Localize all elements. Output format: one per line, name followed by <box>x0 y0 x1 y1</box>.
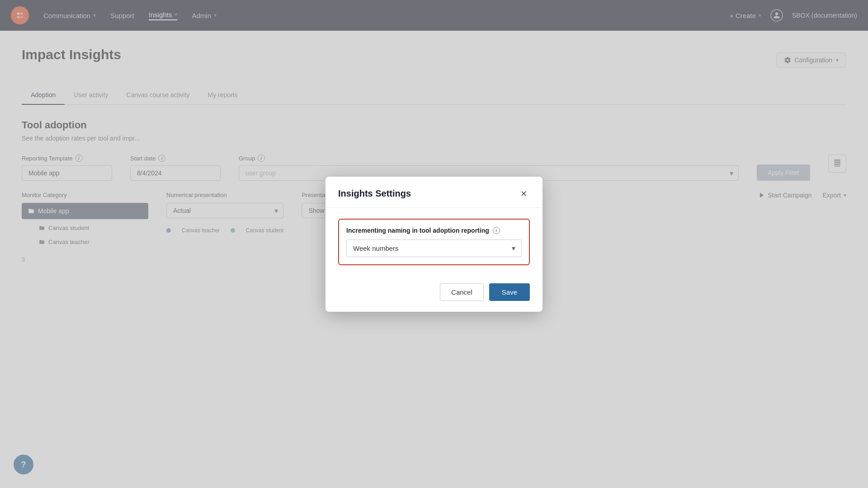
modal-header: Insights Settings ✕ <box>326 177 542 208</box>
insights-settings-modal: Insights Settings ✕ Incrementing naming … <box>326 177 542 312</box>
modal-body: Incrementing naming in tool adoption rep… <box>326 208 542 276</box>
modal-footer: Cancel Save <box>326 276 542 312</box>
info-icon: i <box>493 227 500 234</box>
modal-field-naming: Incrementing naming in tool adoption rep… <box>338 219 530 265</box>
save-button[interactable]: Save <box>489 283 530 301</box>
modal-close-button[interactable]: ✕ <box>517 188 530 200</box>
cancel-button[interactable]: Cancel <box>440 283 484 301</box>
modal-field-label: Incrementing naming in tool adoption rep… <box>346 227 522 234</box>
modal-title: Insights Settings <box>338 188 411 199</box>
naming-select-wrapper: Week numbers Month numbers Quarter numbe… <box>346 239 522 257</box>
naming-select[interactable]: Week numbers Month numbers Quarter numbe… <box>346 239 522 257</box>
modal-backdrop: Insights Settings ✕ Incrementing naming … <box>0 0 868 488</box>
